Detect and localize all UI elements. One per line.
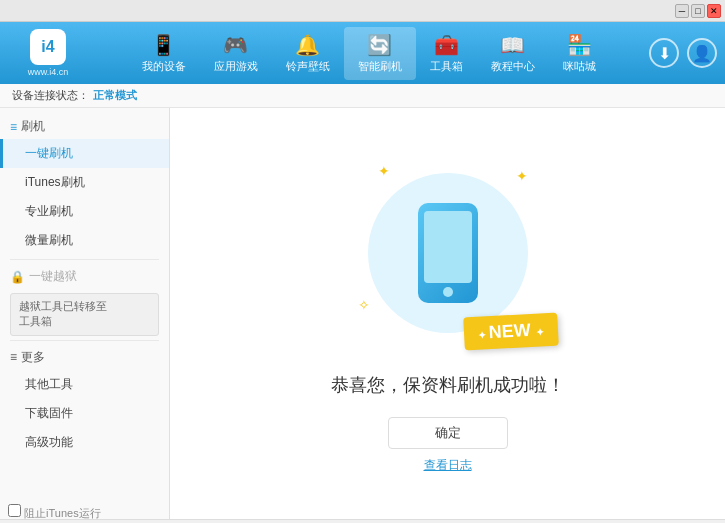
- window-controls[interactable]: ─ □ ✕: [675, 4, 721, 18]
- status-bar: 自动跳送 跳过向导 📱 iPhone 12 mini 64GB Down-12m…: [0, 519, 725, 523]
- nav-item-tutorial[interactable]: 📖 教程中心: [477, 27, 549, 80]
- sidebar: ≡ 刷机 一键刷机 iTunes刷机 专业刷机 微量刷机 🔒 一键越狱 越狱工具…: [0, 108, 170, 519]
- content: ≡ 刷机 一键刷机 iTunes刷机 专业刷机 微量刷机 🔒 一键越狱 越狱工具…: [0, 108, 725, 519]
- connection-bar: 设备连接状态： 正常模式: [0, 84, 725, 108]
- ringtone-icon: 🔔: [295, 33, 320, 57]
- sidebar-item-download-fw[interactable]: 下载固件: [0, 399, 169, 428]
- jailbreak-notice-text: 越狱工具已转移至工具箱: [19, 300, 107, 327]
- sparkle-3: ✧: [358, 297, 370, 313]
- close-button[interactable]: ✕: [707, 4, 721, 18]
- other-tools-label: 其他工具: [25, 377, 73, 391]
- app-games-label: 应用游戏: [214, 59, 258, 74]
- sparkle-1: ✦: [378, 163, 390, 179]
- download-fw-label: 下载固件: [25, 406, 73, 420]
- sidebar-jailbreak-notice: 越狱工具已转移至工具箱: [10, 293, 159, 336]
- more-section-icon: ≡: [10, 350, 17, 364]
- logo: i4 www.i4.cn: [8, 29, 88, 77]
- toolbox-icon: 🧰: [434, 33, 459, 57]
- nav-items: 📱 我的设备 🎮 应用游戏 🔔 铃声壁纸 🔄 智能刷机 🧰 工具箱 📖 教程中心…: [88, 27, 649, 80]
- nav-item-app-games[interactable]: 🎮 应用游戏: [200, 27, 272, 80]
- nav-item-toolbox[interactable]: 🧰 工具箱: [416, 27, 477, 80]
- maximize-button[interactable]: □: [691, 4, 705, 18]
- user-button[interactable]: 👤: [687, 38, 717, 68]
- success-text: 恭喜您，保资料刷机成功啦！: [331, 373, 565, 397]
- logo-url: www.i4.cn: [28, 67, 69, 77]
- toolbox-label: 工具箱: [430, 59, 463, 74]
- smart-flash-label: 智能刷机: [358, 59, 402, 74]
- nav-item-my-device[interactable]: 📱 我的设备: [128, 27, 200, 80]
- main-panel: NEW ✦ ✦ ✧ 恭喜您，保资料刷机成功啦！ 确定 查看日志: [170, 108, 725, 519]
- sidebar-item-advanced[interactable]: 高级功能: [0, 428, 169, 457]
- tutorial-icon: 📖: [500, 33, 525, 57]
- phone-screen: [424, 211, 472, 283]
- stop-itunes-checkbox[interactable]: [8, 504, 21, 517]
- nav-item-ringtone[interactable]: 🔔 铃声壁纸: [272, 27, 344, 80]
- more-label: 更多: [21, 349, 45, 366]
- sparkle-2: ✦: [516, 168, 528, 184]
- sidebar-jailbreak-disabled: 🔒 一键越狱: [0, 264, 169, 289]
- nav-item-mi-store[interactable]: 🏪 咪咕城: [549, 27, 610, 80]
- screen-label: 微量刷机: [25, 233, 73, 247]
- mi-store-label: 咪咕城: [563, 59, 596, 74]
- confirm-button[interactable]: 确定: [388, 417, 508, 449]
- connection-value: 正常模式: [93, 88, 137, 103]
- sidebar-section-flash: ≡ 刷机: [0, 114, 169, 139]
- logo-icon: i4: [30, 29, 66, 65]
- sidebar-item-pro[interactable]: 专业刷机: [0, 197, 169, 226]
- sidebar-section-more: ≡ 更多: [0, 345, 169, 370]
- sidebar-divider-1: [10, 259, 159, 260]
- success-illustration: NEW ✦ ✦ ✧: [348, 153, 548, 353]
- tutorial-label: 教程中心: [491, 59, 535, 74]
- sidebar-item-screen[interactable]: 微量刷机: [0, 226, 169, 255]
- sidebar-item-itunes[interactable]: iTunes刷机: [0, 168, 169, 197]
- new-badge: NEW: [463, 313, 558, 351]
- connection-label: 设备连接状态：: [12, 88, 89, 103]
- sidebar-item-other-tools[interactable]: 其他工具: [0, 370, 169, 399]
- stop-itunes-bar: 阻止iTunes运行: [0, 502, 109, 523]
- my-device-label: 我的设备: [142, 59, 186, 74]
- minimize-button[interactable]: ─: [675, 4, 689, 18]
- advanced-label: 高级功能: [25, 435, 73, 449]
- jailbreak-label: 一键越狱: [29, 268, 77, 285]
- download-button[interactable]: ⬇: [649, 38, 679, 68]
- smart-flash-icon: 🔄: [367, 33, 392, 57]
- lock-icon: 🔒: [10, 270, 25, 284]
- stop-itunes-label[interactable]: 阻止iTunes运行: [8, 507, 101, 519]
- phone-button: [443, 287, 453, 297]
- phone-circle: [368, 173, 528, 333]
- mi-store-icon: 🏪: [567, 33, 592, 57]
- itunes-label: iTunes刷机: [25, 175, 85, 189]
- my-device-icon: 📱: [151, 33, 176, 57]
- sidebar-item-onekey[interactable]: 一键刷机: [0, 139, 169, 168]
- onekey-label: 一键刷机: [25, 146, 73, 160]
- pro-label: 专业刷机: [25, 204, 73, 218]
- flash-section-icon: ≡: [10, 120, 17, 134]
- titlebar: ─ □ ✕: [0, 0, 725, 22]
- app-games-icon: 🎮: [223, 33, 248, 57]
- logo-text: i4: [41, 38, 54, 56]
- sidebar-flash-label: 刷机: [21, 118, 45, 135]
- sidebar-divider-2: [10, 340, 159, 341]
- phone-body: [418, 203, 478, 303]
- navbar: i4 www.i4.cn 📱 我的设备 🎮 应用游戏 🔔 铃声壁纸 🔄 智能刷机…: [0, 22, 725, 84]
- nav-item-smart-flash[interactable]: 🔄 智能刷机: [344, 27, 416, 80]
- nav-right: ⬇ 👤: [649, 38, 717, 68]
- daily-log-link[interactable]: 查看日志: [424, 457, 472, 474]
- ringtone-label: 铃声壁纸: [286, 59, 330, 74]
